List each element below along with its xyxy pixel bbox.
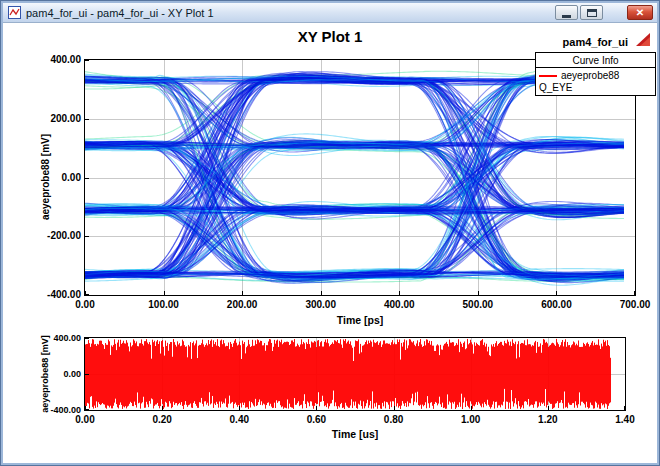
x-tick-label: 500.00 (453, 299, 503, 311)
y-tick-label: 200.00 (33, 113, 81, 125)
x-tick-label: 700.00 (610, 299, 660, 311)
curve-quantity: Q_EYE (536, 82, 655, 95)
window-titlebar[interactable]: pam4_for_ui - pam4_for_ui - XY Plot 1 ✕ (3, 3, 657, 23)
x-tick-label: 0.20 (137, 414, 187, 426)
window-icon (8, 6, 21, 19)
minimize-icon (562, 15, 571, 18)
titlebar-spacer (605, 5, 625, 20)
y-tick-label: 0.00 (33, 369, 81, 379)
x-tick-label: 0.40 (214, 414, 264, 426)
x-tick-label: 300.00 (296, 299, 346, 311)
y-tick-label: 400.00 (33, 333, 81, 343)
wave-plot-canvas[interactable] (84, 337, 626, 411)
legend-entry[interactable]: aeyeprobe88 (536, 68, 655, 82)
x-tick-label: 600.00 (531, 299, 581, 311)
x-tick-label: 100.00 (139, 299, 189, 311)
main-x-axis-label: Time [ps] (260, 314, 460, 326)
x-tick-label: 200.00 (217, 299, 267, 311)
x-tick-label: 0.00 (60, 414, 110, 426)
ansys-logo-icon (634, 30, 652, 48)
xy-plot-window: pam4_for_ui - pam4_for_ui - XY Plot 1 ✕ … (0, 0, 660, 466)
x-tick-label: 1.20 (523, 414, 573, 426)
x-tick-label: 1.00 (446, 414, 496, 426)
plot-title: XY Plot 1 (160, 28, 500, 45)
bottom-x-axis-label: Time [us] (255, 428, 455, 440)
y-tick-label: -400.00 (33, 405, 81, 415)
legend-box[interactable]: Curve Info aeyeprobe88 Q_EYE (535, 52, 656, 96)
close-button[interactable]: ✕ (627, 5, 653, 20)
curve-color-sample (539, 75, 557, 77)
maximize-icon (587, 9, 597, 17)
minimize-button[interactable] (555, 5, 578, 20)
y-tick-label: -200.00 (33, 230, 81, 242)
window-title: pam4_for_ui - pam4_for_ui - XY Plot 1 (26, 7, 214, 19)
y-tick-label: -400.00 (33, 289, 81, 301)
design-name-label: pam4_for_ui (500, 36, 628, 48)
y-tick-label: 400.00 (33, 54, 81, 66)
window-buttons: ✕ (555, 5, 653, 20)
curve-name: aeyeprobe88 (561, 70, 619, 81)
y-tick-label: 0.00 (33, 172, 81, 184)
x-tick-label: 400.00 (374, 299, 424, 311)
close-icon: ✕ (636, 8, 644, 18)
x-tick-label: 1.40 (600, 414, 650, 426)
x-tick-label: 0.80 (369, 414, 419, 426)
x-tick-label: 0.60 (291, 414, 341, 426)
maximize-button[interactable] (580, 5, 603, 20)
legend-header: Curve Info (536, 53, 655, 68)
